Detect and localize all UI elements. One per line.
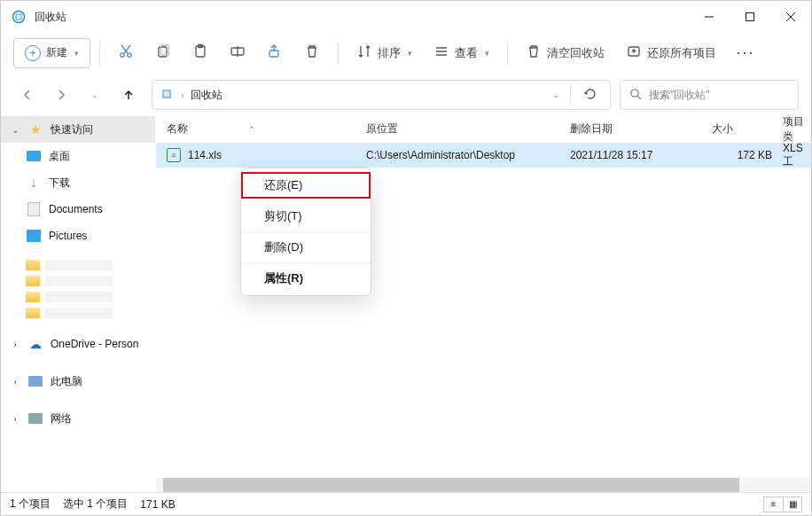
horizontal-scrollbar[interactable] xyxy=(156,478,811,492)
expand-icon[interactable]: › xyxy=(10,377,20,387)
overflow-button[interactable]: ··· xyxy=(729,38,762,68)
ctx-properties[interactable]: 属性(R) xyxy=(241,265,371,292)
breadcrumb-separator: › xyxy=(181,90,183,100)
chevron-down-icon: ▾ xyxy=(408,49,412,58)
chevron-down-icon: ▾ xyxy=(485,49,489,58)
minimize-button[interactable] xyxy=(689,1,730,33)
view-label: 查看 xyxy=(455,45,478,61)
view-thumbnails-button[interactable]: ▦ xyxy=(783,496,802,512)
column-header-orig[interactable]: 原位置 xyxy=(366,121,570,137)
up-button[interactable] xyxy=(114,81,143,109)
more-icon: ··· xyxy=(736,43,754,62)
sidebar-label: 此电脑 xyxy=(51,374,82,389)
status-item-count: 1 个项目 xyxy=(10,496,51,512)
forward-button[interactable] xyxy=(47,81,75,109)
sidebar-item-quick-access[interactable]: ⌄ ★ 快速访问 xyxy=(1,116,155,143)
svg-rect-1 xyxy=(16,14,21,20)
collapse-icon[interactable]: ⌄ xyxy=(10,125,20,135)
pc-icon xyxy=(27,376,43,387)
view-button[interactable]: 查看 ▾ xyxy=(425,38,498,68)
svg-line-23 xyxy=(637,96,641,99)
svg-rect-16 xyxy=(269,51,278,57)
delete-button[interactable] xyxy=(295,38,329,68)
column-header-date[interactable]: 删除日期 xyxy=(570,121,712,137)
search-box[interactable]: 搜索"回收站" xyxy=(620,80,799,110)
chevron-down-icon[interactable]: ⌄ xyxy=(552,90,559,99)
status-selected: 选中 1 个项目 xyxy=(63,496,128,512)
sidebar-item-pictures[interactable]: Pictures xyxy=(1,223,155,249)
download-icon: ↓ xyxy=(26,176,42,190)
svg-point-7 xyxy=(128,53,131,57)
file-size: 172 KB xyxy=(712,149,783,161)
new-label: 新建 xyxy=(46,45,67,60)
sidebar-item-downloads[interactable]: ↓ 下载 xyxy=(1,169,155,196)
sort-asc-icon: ⌃ xyxy=(248,125,255,134)
maximize-button[interactable] xyxy=(730,1,770,33)
recent-dropdown[interactable]: ⌄ xyxy=(81,81,109,109)
sidebar-pinned-item[interactable] xyxy=(26,292,155,302)
copy-button[interactable] xyxy=(146,38,180,68)
address-bar[interactable]: › 回收站 ⌄ xyxy=(152,80,611,110)
svg-point-22 xyxy=(631,89,638,96)
pictures-icon xyxy=(26,230,42,242)
folder-icon xyxy=(26,276,40,286)
window-title: 回收站 xyxy=(35,10,689,25)
plus-icon: + xyxy=(25,45,41,61)
sidebar-item-desktop[interactable]: 桌面 xyxy=(1,143,155,169)
svg-rect-3 xyxy=(746,13,754,21)
sidebar-item-network[interactable]: › 网络 xyxy=(1,405,155,432)
rename-button[interactable] xyxy=(221,38,254,68)
file-type: XLS 工 xyxy=(783,142,811,169)
close-button[interactable] xyxy=(770,1,811,33)
paste-button[interactable] xyxy=(183,38,217,68)
sort-label: 排序 xyxy=(378,45,401,61)
network-icon xyxy=(27,413,43,424)
column-headers: 名称⌃ 原位置 删除日期 大小 项目类 xyxy=(156,116,811,143)
cut-button[interactable] xyxy=(109,38,143,68)
document-icon xyxy=(26,202,42,216)
back-button[interactable] xyxy=(13,81,42,109)
title-bar: 回收站 xyxy=(1,1,811,33)
file-name: 114.xls xyxy=(188,149,222,161)
sidebar-label: 网络 xyxy=(51,411,72,426)
ctx-restore[interactable]: 还原(E) xyxy=(241,172,371,199)
expand-icon[interactable]: › xyxy=(10,414,20,424)
new-button[interactable]: + 新建 ▾ xyxy=(13,38,90,68)
expand-icon[interactable]: › xyxy=(10,340,20,349)
sidebar-pinned-item[interactable] xyxy=(26,308,155,318)
sidebar-pinned-folders xyxy=(1,260,155,318)
share-button[interactable] xyxy=(258,38,292,68)
sidebar-pinned-item[interactable] xyxy=(26,260,155,270)
empty-recycle-bin-button[interactable]: 清空回收站 xyxy=(517,38,613,68)
clipboard-icon xyxy=(192,43,208,62)
share-icon xyxy=(267,43,283,62)
column-header-size[interactable]: 大小 xyxy=(712,121,783,137)
view-details-button[interactable]: ≡ xyxy=(763,496,783,512)
ctx-cut[interactable]: 剪切(T) xyxy=(241,203,371,230)
search-placeholder: 搜索"回收站" xyxy=(649,88,710,103)
file-row[interactable]: ≡ 114.xls C:\Users\Administrator\Desktop… xyxy=(156,143,811,168)
recycle-bin-icon xyxy=(12,10,26,24)
sidebar-label: 快速访问 xyxy=(51,122,93,137)
sidebar-label: Pictures xyxy=(49,230,87,242)
sidebar-item-documents[interactable]: Documents xyxy=(1,196,155,223)
folder-icon xyxy=(26,260,40,270)
refresh-button[interactable] xyxy=(578,87,603,104)
column-header-name[interactable]: 名称⌃ xyxy=(167,121,366,137)
trash-icon xyxy=(304,43,320,62)
ctx-delete[interactable]: 删除(D) xyxy=(241,234,371,261)
trash-icon xyxy=(526,43,542,62)
xls-icon: ≡ xyxy=(167,148,181,162)
sidebar-item-this-pc[interactable]: › 此电脑 xyxy=(1,368,155,395)
context-menu: 还原(E) 剪切(T) 删除(D) 属性(R) xyxy=(240,168,371,296)
address-row: ⌄ › 回收站 ⌄ 搜索"回收站" xyxy=(1,74,811,116)
sidebar-pinned-item[interactable] xyxy=(26,276,155,286)
restore-all-button[interactable]: 还原所有项目 xyxy=(617,38,725,68)
breadcrumb-location[interactable]: 回收站 xyxy=(191,88,545,103)
sort-button[interactable]: 排序 ▾ xyxy=(347,38,421,68)
scissors-icon xyxy=(118,43,134,62)
restore-icon xyxy=(626,43,642,62)
navigation-pane: ⌄ ★ 快速访问 桌面 ↓ 下载 Documents Pictures › xyxy=(1,116,156,492)
sidebar-item-onedrive[interactable]: › ☁ OneDrive - Person xyxy=(1,331,155,357)
column-header-type[interactable]: 项目类 xyxy=(783,114,811,145)
